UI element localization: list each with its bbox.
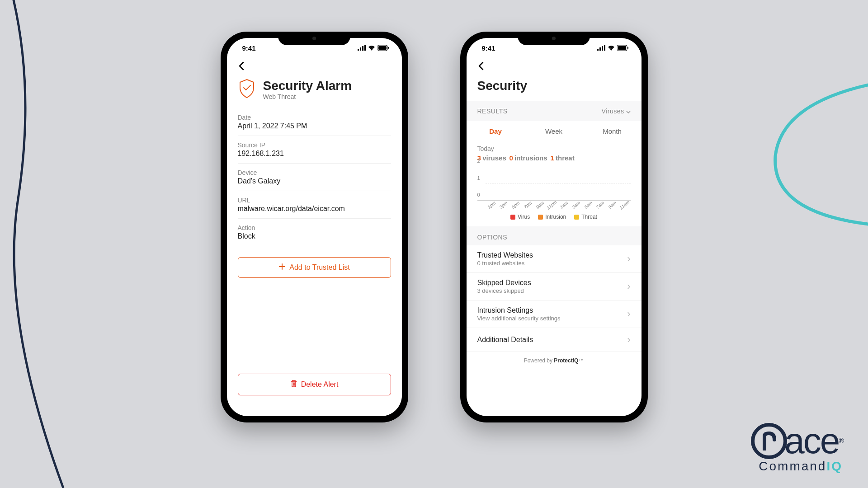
cellular-icon <box>358 44 366 52</box>
svg-rect-10 <box>604 45 605 51</box>
detail-action: ActionBlock <box>238 219 391 246</box>
chart-bars <box>486 166 631 200</box>
detail-source-ip: Source IP192.168.1.231 <box>238 136 391 164</box>
battery-icon <box>377 44 389 52</box>
phone-notch <box>518 32 590 45</box>
option-additional-details[interactable]: Additional Details › <box>467 328 642 352</box>
chevron-right-icon: › <box>627 253 630 265</box>
svg-rect-13 <box>627 47 628 49</box>
phone-security-dashboard: 9:41 Security RESULTS Viruses <box>460 32 648 422</box>
tab-month[interactable]: Month <box>583 127 642 135</box>
tab-day[interactable]: Day <box>467 127 525 135</box>
back-button[interactable] <box>238 61 244 73</box>
svg-rect-6 <box>388 47 389 49</box>
option-trusted-websites[interactable]: Trusted Websites0 trusted websites › <box>467 245 642 273</box>
detail-device: DeviceDad's Galaxy <box>238 164 391 191</box>
phone-notch <box>278 32 350 45</box>
y-axis: 0 1 2 <box>477 166 484 200</box>
page-subtitle: Web Threat <box>263 93 352 100</box>
add-to-trusted-button[interactable]: Add to Trusted List <box>238 257 391 278</box>
svg-rect-1 <box>360 47 361 51</box>
svg-rect-3 <box>364 45 366 51</box>
x-axis: 1pm3pm5pm7pm9pm11pm1am3am5am7am9am11am <box>486 202 631 207</box>
svg-rect-0 <box>358 49 359 51</box>
svg-rect-7 <box>597 49 599 51</box>
page-title: Security <box>467 79 642 101</box>
plus-icon <box>278 263 286 272</box>
results-filter-dropdown[interactable]: Viruses <box>602 108 631 115</box>
powered-by: Powered by ProtectIQ™ <box>467 352 642 366</box>
results-header: RESULTS Viruses <box>467 101 642 121</box>
trash-icon <box>290 380 297 389</box>
time-range-tabs: Day Week Month <box>467 121 642 141</box>
legend-virus-icon <box>510 215 515 220</box>
nav-bar <box>467 58 642 79</box>
brand-logo: ace® CommandIQ <box>751 420 843 474</box>
wifi-icon <box>368 44 375 52</box>
svg-rect-5 <box>378 46 387 50</box>
option-skipped-devices[interactable]: Skipped Devices3 devices skipped › <box>467 273 642 300</box>
status-time: 9:41 <box>482 44 495 52</box>
legend-threat-icon <box>574 215 579 220</box>
svg-rect-12 <box>618 46 626 50</box>
brand-r-icon <box>751 423 787 459</box>
svg-rect-2 <box>362 46 363 51</box>
chevron-right-icon: › <box>627 281 630 292</box>
svg-rect-8 <box>599 47 601 51</box>
legend-intrusion-icon <box>538 215 543 220</box>
chevron-right-icon: › <box>627 334 630 346</box>
option-intrusion-settings[interactable]: Intrusion SettingsView additional securi… <box>467 300 642 328</box>
chevron-right-icon: › <box>627 308 630 320</box>
phone-security-alarm: 9:41 <box>221 32 408 422</box>
nav-bar <box>227 58 402 79</box>
page-title: Security Alarm <box>263 79 352 93</box>
tab-week[interactable]: Week <box>525 127 583 135</box>
delete-alert-button[interactable]: Delete Alert <box>238 374 391 395</box>
shield-icon <box>238 79 256 97</box>
status-time: 9:41 <box>242 44 256 52</box>
detail-url: URLmalware.wicar.org/data/eicar.com <box>238 191 391 219</box>
wifi-icon <box>608 44 615 52</box>
cellular-icon <box>597 44 605 52</box>
results-chart: Today 3 viruses 0 intrusions 1 threat 0 … <box>467 141 642 226</box>
chart-legend: Virus Intrusion Threat <box>477 214 631 220</box>
battery-icon <box>617 44 629 52</box>
svg-rect-9 <box>602 46 603 51</box>
options-header: OPTIONS <box>467 226 642 245</box>
chevron-down-icon <box>626 108 631 115</box>
back-button[interactable] <box>477 61 484 73</box>
detail-date: DateApril 1, 2022 7:45 PM <box>238 108 391 136</box>
chart-summary: 3 viruses 0 intrusions 1 threat <box>477 154 631 162</box>
